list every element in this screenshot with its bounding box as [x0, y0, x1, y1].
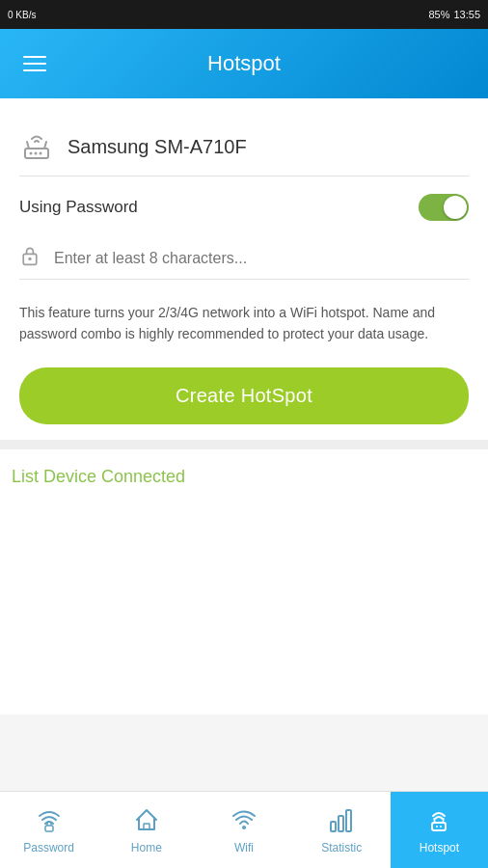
menu-button[interactable]: [15, 48, 54, 79]
network-speed: 0 KB/s: [8, 10, 36, 20]
list-device-title: List Device Connected: [12, 467, 185, 486]
device-name-text: Samsung SM-A710F: [68, 136, 247, 158]
svg-point-10: [242, 826, 246, 829]
svg-point-18: [440, 826, 442, 827]
nav-item-statistic[interactable]: Statistic: [293, 792, 391, 868]
description-text: This feature turns your 2/3/4G network i…: [19, 287, 469, 367]
nav-label-statistic: Statistic: [321, 841, 362, 854]
empty-device-list: [0, 502, 488, 715]
home-icon: [133, 806, 160, 837]
svg-rect-14: [432, 823, 446, 830]
svg-rect-8: [45, 826, 53, 831]
main-content: Samsung SM-A710F Using Password This fea…: [0, 98, 488, 440]
password-input[interactable]: [54, 242, 469, 275]
wifi-lock-icon: [36, 806, 63, 837]
router-icon: [19, 129, 54, 164]
svg-point-17: [436, 826, 438, 827]
hotspot-icon: [425, 806, 452, 837]
app-header: Hotspot: [0, 29, 488, 98]
toggle-knob: [444, 196, 467, 219]
create-hotspot-button[interactable]: Create HotSpot: [19, 367, 469, 424]
time-display: 13:55: [453, 9, 480, 20]
bottom-navigation: Password Home Wifi: [0, 791, 488, 868]
password-input-row: [19, 234, 469, 280]
status-right: 85% 13:55: [428, 9, 480, 20]
svg-line-1: [27, 142, 29, 149]
status-left: 0 KB/s: [8, 10, 36, 20]
nav-label-home: Home: [131, 841, 162, 854]
svg-line-2: [44, 142, 46, 149]
nav-item-hotspot[interactable]: Hotspot: [391, 792, 488, 868]
page-title: Hotspot: [207, 51, 281, 76]
wifi-icon: [230, 806, 258, 837]
svg-line-16: [443, 819, 444, 823]
battery-text: 85%: [428, 9, 449, 20]
hamburger-line-1: [23, 56, 46, 58]
svg-point-5: [40, 152, 42, 155]
using-password-label: Using Password: [19, 198, 138, 217]
hamburger-line-3: [23, 69, 46, 71]
list-device-section: List Device Connected: [0, 449, 488, 502]
svg-rect-11: [331, 822, 336, 831]
device-row: Samsung SM-A710F: [19, 114, 469, 176]
password-toggle-row: Using Password: [19, 176, 469, 234]
svg-line-15: [434, 819, 435, 823]
svg-point-4: [35, 152, 38, 155]
password-toggle[interactable]: [419, 194, 469, 221]
svg-point-3: [30, 152, 33, 155]
lock-icon: [19, 245, 41, 272]
section-divider: [0, 440, 488, 449]
svg-rect-12: [339, 816, 343, 831]
svg-rect-13: [346, 810, 351, 831]
nav-label-wifi: Wifi: [234, 841, 254, 854]
nav-label-hotspot: Hotspot: [420, 841, 459, 854]
status-bar: 0 KB/s 85% 13:55: [0, 0, 488, 29]
svg-point-7: [28, 258, 31, 260]
nav-label-password: Password: [23, 841, 74, 854]
bar-chart-icon: [328, 806, 355, 837]
hamburger-line-2: [23, 63, 46, 65]
nav-item-password[interactable]: Password: [0, 792, 97, 868]
nav-item-home[interactable]: Home: [97, 792, 195, 868]
nav-item-wifi[interactable]: Wifi: [195, 792, 292, 868]
